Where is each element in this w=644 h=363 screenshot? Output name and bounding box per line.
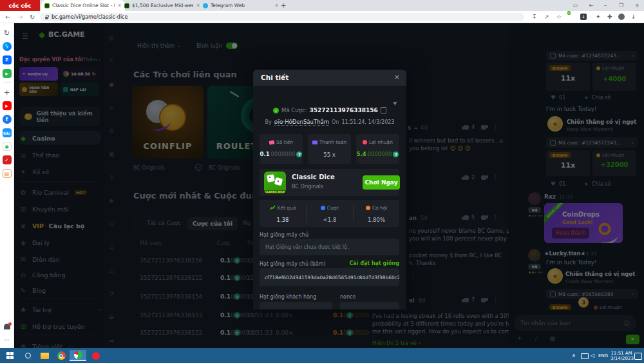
minimize-icon[interactable]: – bbox=[604, 3, 607, 8]
profit-card: Lợi nhuận 5.40000000 T bbox=[356, 134, 399, 164]
game-row: CLASSIC DICE Classic Dice BC Originals C… bbox=[260, 169, 399, 196]
bookmark-star-icon[interactable]: ☆ bbox=[556, 14, 562, 20]
chance-icon bbox=[366, 206, 370, 210]
chrome-icon[interactable] bbox=[53, 350, 70, 361]
coccoc-side-panel: ↻ ϟ Z ▸ + ▸ f tiki ◉ ✓ ▤ ⋯ bbox=[0, 23, 14, 348]
padlock-icon bbox=[45, 17, 48, 19]
cart-icon[interactable]: ▤ bbox=[3, 169, 12, 178]
copy-icon[interactable] bbox=[381, 107, 386, 113]
nonce-box[interactable] bbox=[340, 302, 399, 309]
reload-icon[interactable]: ↻ bbox=[30, 14, 35, 21]
idm-extension-icon[interactable]: ↓ bbox=[580, 14, 587, 20]
pin-window-icon[interactable]: ⇤ bbox=[589, 3, 594, 8]
bet-id-value: 35272113976338156 bbox=[309, 107, 377, 113]
more-options-icon[interactable]: ⋯ bbox=[4, 337, 10, 343]
seed-settings-link[interactable]: Cài đặt hạt giống bbox=[349, 260, 399, 266]
bet-author[interactable]: ʚïɞ‧HốĐenSâuThẳm bbox=[274, 119, 329, 126]
new-tab-button[interactable]: + bbox=[281, 2, 286, 9]
check-site-icon[interactable]: ✓ bbox=[3, 155, 12, 164]
coccoc-taskbar-icon[interactable] bbox=[70, 350, 86, 361]
bet-id-row: ✓ Mã Cược: 35272113976338156 bbox=[253, 107, 406, 113]
back-icon[interactable]: ← bbox=[5, 14, 10, 21]
facebook-icon[interactable]: f bbox=[3, 115, 12, 124]
amount-card: Số tiền 0.10000000 T bbox=[260, 134, 303, 164]
usdt-coin-icon: T bbox=[296, 152, 302, 157]
bet-target-value: <1.8 bbox=[307, 217, 353, 223]
browser-brand[interactable]: cốc cốc bbox=[0, 0, 40, 11]
history-icon[interactable]: ↻ bbox=[3, 28, 12, 37]
divider bbox=[3, 83, 11, 83]
clock[interactable]: 11:51 AM 3/14/2023 bbox=[611, 351, 632, 361]
browser-tab[interactable]: $1,500 Exclusive Mid-week C × bbox=[121, 0, 204, 11]
client-seed-box[interactable] bbox=[260, 302, 332, 309]
result-value: 1.38 bbox=[260, 217, 306, 223]
start-button[interactable] bbox=[1, 350, 18, 361]
forward-icon[interactable]: → bbox=[17, 14, 23, 21]
modal-close-icon[interactable]: × bbox=[394, 73, 400, 81]
url-text: bc.game/vi/game/classic-dice bbox=[52, 14, 128, 20]
reading-mode-icon[interactable]: ▭ bbox=[573, 3, 578, 8]
hidden-icons-chevron[interactable]: ∧ bbox=[572, 353, 576, 358]
sports-site-icon[interactable]: ◉ bbox=[3, 142, 12, 151]
red-app-icon[interactable] bbox=[88, 350, 104, 361]
bet-target-icon bbox=[321, 206, 325, 210]
money-icon bbox=[269, 140, 274, 145]
server-seed-box: Hạt Giống vẫn chưa được tiết lộ. bbox=[260, 239, 399, 255]
browser-tab-bar: cốc cốc Classic Dice Online Slot - Pla ×… bbox=[0, 0, 644, 11]
verified-icon: ✓ bbox=[273, 108, 279, 113]
bet-datetime: 11:51:24, 14/3/2023 bbox=[341, 119, 394, 125]
taskbar-search-icon[interactable] bbox=[19, 350, 36, 361]
server-seed-hash-box[interactable]: cf718ef602d341593da0a28d6565d91c84d7d3f3… bbox=[260, 268, 399, 286]
server-seed-label: Hạt giống máy chủ bbox=[260, 232, 308, 238]
tiki-icon[interactable]: tiki bbox=[3, 128, 12, 137]
windows-taskbar: ∧ ◁ ENG 11:51 AM 3/14/2023 bbox=[0, 348, 644, 363]
alert-bell-icon[interactable] bbox=[4, 324, 10, 329]
game-center-icon[interactable]: ▸ bbox=[3, 69, 12, 78]
game-provider: BC Originals bbox=[292, 184, 323, 190]
browser-tab-active[interactable]: Classic Dice Online Slot - Pla × bbox=[41, 0, 125, 11]
game-title: Classic Dice bbox=[292, 173, 335, 181]
tab-close-icon[interactable]: × bbox=[274, 3, 279, 8]
profile-avatar-icon[interactable] bbox=[618, 14, 625, 20]
browser-url-bar: ← → ↻ bc.game/vi/game/classic-dice ↧ ↗ ☆… bbox=[0, 11, 644, 23]
tab-favicon bbox=[124, 3, 129, 8]
save-page-icon[interactable]: ↧ bbox=[532, 14, 537, 20]
result-chart-icon bbox=[270, 205, 276, 211]
modal-share-icon[interactable]: ➤ bbox=[390, 99, 399, 108]
nonce-label: nonce bbox=[340, 294, 355, 300]
bet-details-modal: Chi tiết × ➤ ✓ Mã Cược: 3527211397633815… bbox=[253, 70, 406, 309]
screen: ◆ Casino ◎ Thể thao APE ⌄ 0.00369367 Ví … bbox=[0, 0, 644, 363]
maximize-icon[interactable]: ❐ bbox=[619, 3, 623, 8]
url-field[interactable]: bc.game/vi/game/classic-dice bbox=[40, 13, 524, 21]
zalo-icon[interactable]: Z bbox=[3, 55, 12, 64]
window-close-icon[interactable]: × bbox=[635, 3, 639, 8]
messenger-icon[interactable]: ϟ bbox=[3, 42, 12, 51]
server-seed-hash-label: Hạt giống máy chủ (băm) bbox=[260, 261, 326, 267]
extension-icon[interactable]: ✦ bbox=[596, 14, 601, 20]
classic-dice-tile[interactable]: CLASSIC DICE bbox=[264, 172, 286, 193]
chance-value: 1.80% bbox=[354, 217, 399, 223]
telegram-favicon bbox=[203, 3, 208, 8]
browser-tab[interactable]: Telegram Web × bbox=[200, 0, 282, 11]
play-now-button[interactable]: Chơi Ngay bbox=[363, 175, 400, 190]
bet-author-row: By ʚïɞ‧HốĐenSâuThẳm On 11:51:24, 14/3/20… bbox=[253, 119, 406, 126]
usdt-coin-icon: T bbox=[393, 152, 399, 157]
downloads-icon[interactable]: ↓ bbox=[631, 14, 636, 20]
file-explorer-icon[interactable] bbox=[36, 350, 53, 361]
payout-card: Thanh toán 55 x bbox=[308, 134, 351, 164]
payout-icon bbox=[312, 141, 317, 144]
modal-title: Chi tiết bbox=[261, 74, 289, 81]
volume-icon[interactable]: ◁ bbox=[591, 353, 594, 358]
network-icon[interactable] bbox=[581, 353, 589, 359]
bcgame-favicon bbox=[44, 3, 50, 8]
client-seed-label: Hạt giống khách hàng bbox=[260, 294, 316, 300]
modal-header: Chi tiết × bbox=[253, 70, 406, 86]
share-page-icon[interactable]: ↗ bbox=[544, 14, 549, 20]
action-center-icon[interactable] bbox=[634, 353, 642, 360]
language-indicator[interactable]: ENG bbox=[598, 353, 608, 358]
extensions-menu-icon[interactable]: ✚ bbox=[607, 14, 612, 20]
chip-icon bbox=[363, 140, 367, 144]
youtube-icon[interactable]: ▸ bbox=[3, 101, 12, 110]
add-shortcut-icon[interactable]: + bbox=[3, 88, 12, 97]
outcome-row: Kết quả 1.38 Cược <1.8 Cơ hội 1.80% bbox=[260, 200, 399, 227]
